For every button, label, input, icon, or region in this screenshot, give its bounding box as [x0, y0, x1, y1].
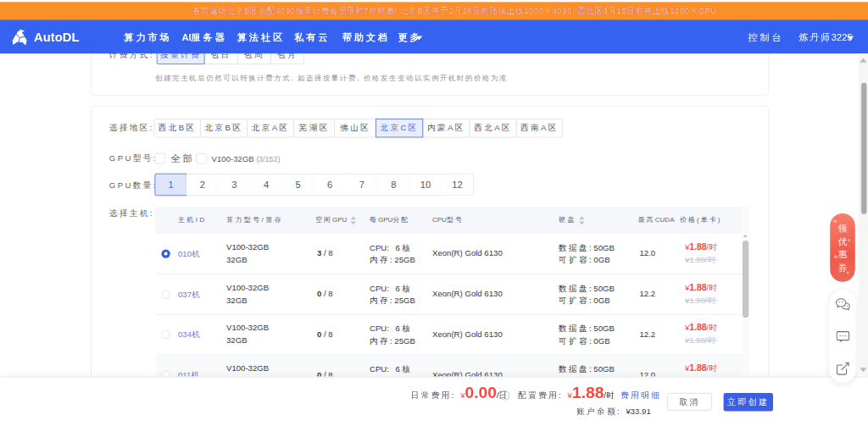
svg-text:?: ? — [504, 391, 507, 399]
